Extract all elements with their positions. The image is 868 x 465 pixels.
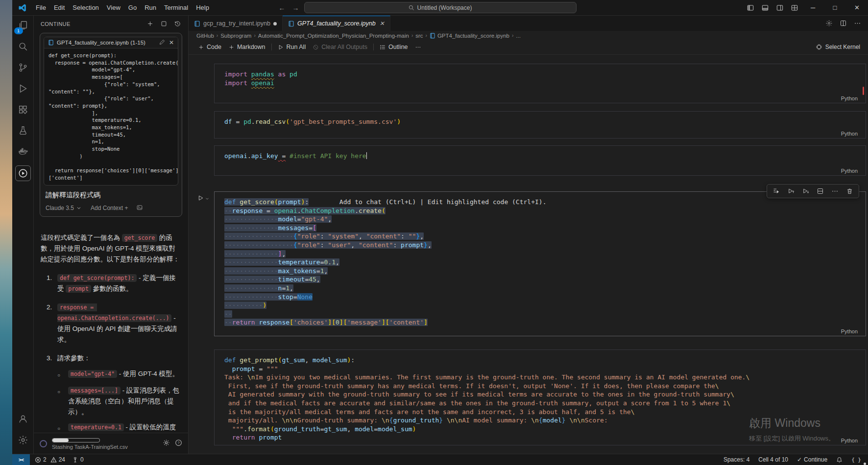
- nav-forward-icon[interactable]: →: [292, 4, 299, 12]
- braces-status[interactable]: { }: [848, 454, 864, 465]
- menu-go[interactable]: Go: [124, 2, 141, 13]
- remote-indicator[interactable]: ><: [12, 454, 30, 465]
- gear-icon[interactable]: [163, 439, 170, 448]
- split-cell-button[interactable]: [817, 187, 824, 195]
- image-icon[interactable]: [137, 205, 143, 212]
- add-button[interactable]: [146, 20, 154, 27]
- activity-item-extensions[interactable]: [16, 102, 30, 117]
- nav-back-icon[interactable]: ←: [279, 4, 286, 12]
- close-icon[interactable]: ✕: [169, 39, 174, 46]
- run-by-line-button[interactable]: [772, 187, 780, 195]
- inline-code: get_score: [122, 234, 157, 242]
- breadcrumb-item[interactable]: GPT4_factuality_score.ipynb: [430, 33, 509, 39]
- breadcrumb-item[interactable]: Automatic_Prompt_Optimization_Physician_…: [258, 33, 409, 39]
- toolbar-run-all[interactable]: Run All: [274, 42, 310, 52]
- indentation-status[interactable]: Spaces: 4: [721, 454, 752, 465]
- chat-input-box[interactable]: GPT4_factuality_score.ipynb (1-15) ✕ def…: [40, 33, 182, 217]
- cell-code-editor[interactable]: def get_score(prompt): Add to chat (Ctrl…: [215, 192, 866, 329]
- cell-code-editor[interactable]: df = pd.read_csv('gpt_best_prompts_summs…: [215, 112, 866, 128]
- toolbar-outline[interactable]: Outline: [376, 42, 411, 52]
- cell-code-editor[interactable]: openai.api_key = #insert API key here: [215, 146, 866, 163]
- activity-item-settings[interactable]: [16, 433, 30, 447]
- cell-language-label[interactable]: Python: [841, 328, 858, 334]
- breadcrumb-separator-icon: ›: [217, 33, 218, 38]
- cell-code-editor[interactable]: import pandas as pdimport openai: [215, 64, 866, 89]
- bullet-icon: ○: [57, 369, 68, 381]
- menu-help[interactable]: Help: [192, 2, 213, 13]
- tab-close-icon[interactable]: ✕: [379, 20, 385, 27]
- activity-item-continue[interactable]: [15, 165, 31, 181]
- command-center-search[interactable]: Untitled (Workspace): [304, 2, 577, 13]
- maximize-button[interactable]: [160, 20, 168, 27]
- menu-file[interactable]: File: [32, 2, 50, 13]
- cell-language-label[interactable]: Python: [841, 168, 858, 174]
- notebook-cell-2[interactable]: df = pd.read_csv('gpt_best_prompts_summs…: [214, 111, 866, 139]
- activity-item-docker[interactable]: [16, 144, 30, 159]
- code-line: ··············model="gpt-4",: [224, 215, 863, 224]
- breadcrumb-item[interactable]: src: [415, 33, 423, 39]
- minimize-button[interactable]: ─: [802, 0, 824, 15]
- notebook-toolbar: CodeMarkdownRun AllClear All OutputsOutl…: [189, 40, 868, 55]
- close-button[interactable]: ✕: [846, 0, 868, 15]
- menu-selection[interactable]: Selection: [69, 2, 102, 13]
- more-button[interactable]: [831, 187, 839, 195]
- trash-button[interactable]: [846, 187, 853, 195]
- cell-language-label[interactable]: Python: [841, 131, 858, 137]
- activity-item-run-debug[interactable]: [16, 81, 30, 96]
- breadcrumb-item[interactable]: GitHub: [196, 33, 214, 39]
- activity-item-source-control[interactable]: [16, 60, 30, 75]
- ports-indicator[interactable]: 0: [69, 454, 87, 465]
- problems-indicator[interactable]: 2 24: [32, 454, 68, 465]
- maximize-button[interactable]: □: [824, 0, 846, 15]
- edit-pencil-icon[interactable]: [159, 39, 165, 46]
- layout-sidebar-left-button[interactable]: [743, 0, 758, 15]
- activity-item-account[interactable]: [16, 412, 30, 426]
- breadcrumb[interactable]: GitHub›Subprogram›Automatic_Prompt_Optim…: [189, 31, 868, 40]
- layout-sidebar-right-button[interactable]: [772, 0, 787, 15]
- toolbar-clear-all-outputs[interactable]: Clear All Outputs: [309, 42, 371, 52]
- maximize-icon: [160, 20, 168, 27]
- run-below-button[interactable]: [802, 187, 809, 195]
- toolbar-more[interactable]: [411, 43, 425, 52]
- cell-language-label[interactable]: Python: [841, 438, 858, 443]
- run-cell-button[interactable]: [197, 194, 210, 203]
- add-context-button[interactable]: Add Context +: [91, 205, 128, 211]
- notebook-cell-4[interactable]: def get_score(prompt): Add to chat (Ctrl…: [214, 191, 866, 336]
- menu-terminal[interactable]: Terminal: [160, 2, 192, 13]
- continue-status[interactable]: ✓ Continue: [794, 454, 830, 465]
- select-kernel-button[interactable]: Select Kernel: [816, 44, 864, 50]
- settings-gear-icon: [825, 20, 833, 27]
- run-above-button[interactable]: [787, 187, 795, 195]
- notifications-bell[interactable]: [833, 454, 845, 465]
- tab-gcp_rag_try_intent.ipynb[interactable]: gcp_rag_try_intent.ipynb: [189, 16, 283, 31]
- cell-code-editor[interactable]: def get_prompt(gt_sum, model_sum): promp…: [215, 350, 866, 444]
- layout-grid-button[interactable]: [787, 0, 802, 15]
- code-reference-card[interactable]: GPT4_factuality_score.ipynb (1-15) ✕ def…: [44, 37, 178, 186]
- layout-panel-button[interactable]: [758, 0, 772, 15]
- notebook-cell-5[interactable]: def get_prompt(gt_sum, model_sum): promp…: [214, 349, 866, 445]
- toolbar-code[interactable]: Code: [194, 42, 225, 52]
- activity-item-beaker[interactable]: [16, 123, 30, 138]
- run-dropdown-chevron-icon[interactable]: [205, 194, 210, 203]
- menu-edit[interactable]: Edit: [50, 2, 69, 13]
- activity-item-files-copy[interactable]: 1: [16, 18, 30, 33]
- history-button[interactable]: [174, 20, 181, 27]
- bullet-icon: ○: [57, 422, 68, 433]
- split-editor-button[interactable]: [840, 20, 847, 27]
- tab-GPT4_factuality_score.ipynb[interactable]: GPT4_factuality_score.ipynb✕: [283, 16, 390, 31]
- menu-run[interactable]: Run: [141, 2, 160, 13]
- model-selector[interactable]: Claude 3.5: [46, 205, 74, 211]
- settings-gear-button[interactable]: [825, 20, 833, 27]
- breadcrumb-item[interactable]: Subprogram: [220, 33, 251, 39]
- code-line: ··············max_tokens=1,: [224, 267, 863, 276]
- breadcrumb-item[interactable]: ...: [516, 33, 521, 39]
- activity-item-search[interactable]: [16, 39, 30, 54]
- cell-language-label[interactable]: Python: [841, 95, 858, 101]
- notebook-cell-1[interactable]: import pandas as pdimport openaiPython: [214, 64, 866, 103]
- menu-view[interactable]: View: [103, 2, 124, 13]
- notebook-cell-3[interactable]: openai.api_key = #insert API key herePyt…: [214, 145, 866, 176]
- cell-position-status[interactable]: Cell 4 of 10: [755, 454, 791, 465]
- help-icon[interactable]: ?: [175, 439, 182, 448]
- toolbar-markdown[interactable]: Markdown: [225, 42, 269, 52]
- more-button[interactable]: [854, 20, 861, 27]
